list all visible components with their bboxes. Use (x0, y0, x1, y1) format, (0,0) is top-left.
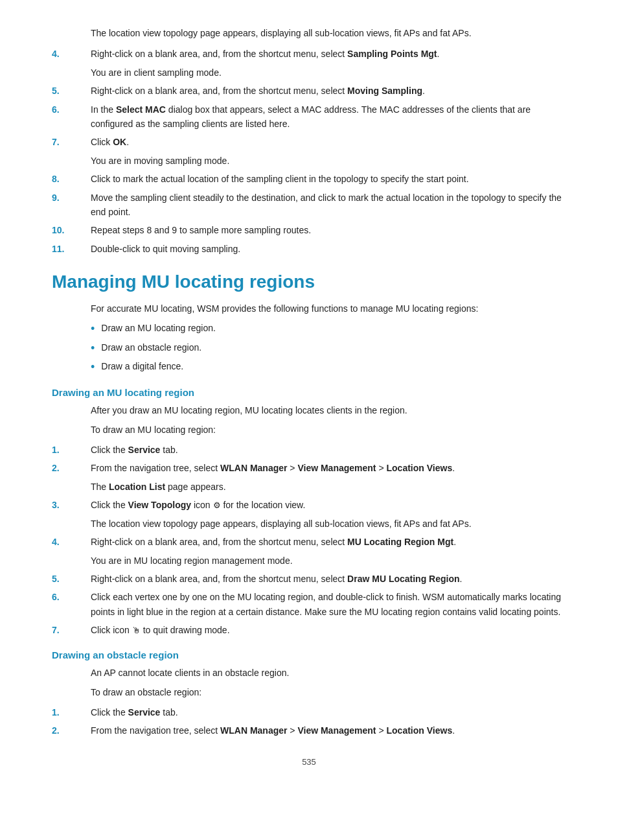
mu-para1: After you draw an MU locating region, MU… (91, 403, 566, 417)
mu-step-7-content: Click icon 🖱 to quit drawing mode. (91, 623, 566, 638)
mu-para2: To draw an MU locating region: (91, 423, 566, 437)
step-7: 7. Click OK. (52, 135, 566, 149)
step-9-content: Move the sampling client steadily to the… (91, 191, 566, 220)
step-7-num: 7. (52, 135, 91, 149)
obstacle-step-2-content: From the navigation tree, select WLAN Ma… (91, 723, 566, 738)
bullet-dot-3: • (91, 359, 95, 375)
obstacle-step-1-content: Click the Service tab. (91, 705, 566, 719)
section-title: Managing MU locating regions (52, 272, 566, 292)
step-10: 10. Repeat steps 8 and 9 to sample more … (52, 223, 566, 237)
obstacle-step-2-num: 2. (52, 723, 91, 738)
mu-step-6-content: Click each vertex one by one on the MU l… (91, 590, 566, 619)
step-7-sub: You are in moving sampling mode. (91, 154, 566, 168)
mu-step-6: 6. Click each vertex one by one on the M… (52, 590, 566, 619)
step-5: 5. Right-click on a blank area, and, fro… (52, 84, 566, 98)
step-9-num: 9. (52, 191, 91, 220)
page-content: { "intro": { "line1": "The location view… (0, 0, 618, 840)
step-5-num: 5. (52, 84, 91, 98)
obstacle-step-2: 2. From the navigation tree, select WLAN… (52, 723, 566, 738)
bullet-dot-1: • (91, 321, 95, 337)
step-8: 8. Click to mark the actual location of … (52, 172, 566, 186)
obstacle-step-1-num: 1. (52, 705, 91, 719)
mu-step-7-num: 7. (52, 623, 91, 638)
mu-step-2: 2. From the navigation tree, select WLAN… (52, 461, 566, 475)
mu-step-5: 5. Right-click on a blank area, and, fro… (52, 572, 566, 586)
obstacle-para2: To draw an obstacle region: (91, 685, 566, 699)
page-number: 535 (52, 757, 566, 767)
step-8-content: Click to mark the actual location of the… (91, 172, 566, 186)
mu-subheading: Drawing an MU locating region (52, 387, 566, 398)
step-10-num: 10. (52, 223, 91, 237)
step-4-content: Right-click on a blank area, and, from t… (91, 47, 566, 61)
mu-step-3-sub: The location view topology page appears,… (91, 517, 566, 531)
step-11-content: Double-click to quit moving sampling. (91, 242, 566, 256)
step-9: 9. Move the sampling client steadily to … (52, 191, 566, 220)
bullet-1-text: Draw an MU locating region. (101, 321, 216, 335)
step-6-num: 6. (52, 102, 91, 132)
mu-step-6-num: 6. (52, 590, 91, 619)
gear-icon: ⚙ (213, 499, 221, 513)
section-intro: For accurate MU locating, WSM provides t… (91, 301, 566, 316)
mu-step-3-num: 3. (52, 498, 91, 513)
mu-step-4: 4. Right-click on a blank area, and, fro… (52, 535, 566, 549)
mu-step-2-sub: The Location List page appears. (91, 480, 566, 494)
step-4-num: 4. (52, 47, 91, 61)
mu-step-4-content: Right-click on a blank area, and, from t… (91, 535, 566, 549)
mu-step-3-content: Click the View Topology icon ⚙ for the l… (91, 498, 566, 513)
step-8-num: 8. (52, 172, 91, 186)
mu-step-1-num: 1. (52, 443, 91, 457)
mu-step-2-num: 2. (52, 461, 91, 475)
obstacle-subheading: Drawing an obstacle region (52, 649, 566, 660)
mu-step-7: 7. Click icon 🖱 to quit drawing mode. (52, 623, 566, 638)
mu-step-4-num: 4. (52, 535, 91, 549)
step-4-sub: You are in client sampling mode. (91, 65, 566, 80)
mu-steps-list: 1. Click the Service tab. 2. From the na… (52, 443, 566, 638)
cursor-icon: 🖱 (132, 624, 141, 638)
step-11: 11. Double-click to quit moving sampling… (52, 242, 566, 256)
step-10-content: Repeat steps 8 and 9 to sample more samp… (91, 223, 566, 237)
step-4: 4. Right-click on a blank area, and, fro… (52, 47, 566, 61)
mu-step-2-content: From the navigation tree, select WLAN Ma… (91, 461, 566, 475)
bullet-dot-2: • (91, 340, 95, 356)
mu-step-1: 1. Click the Service tab. (52, 443, 566, 457)
mu-step-1-content: Click the Service tab. (91, 443, 566, 457)
bullet-3: • Draw a digital fence. (91, 359, 566, 375)
bullet-2-text: Draw an obstacle region. (101, 340, 201, 355)
step-6: 6. In the Select MAC dialog box that app… (52, 102, 566, 132)
obstacle-para1: An AP cannot locate clients in an obstac… (91, 666, 566, 680)
mu-step-4-sub: You are in MU locating region management… (91, 554, 566, 568)
step-6-content: In the Select MAC dialog box that appear… (91, 102, 566, 132)
section-bullets: • Draw an MU locating region. • Draw an … (91, 321, 566, 375)
mu-step-3: 3. Click the View Topology icon ⚙ for th… (52, 498, 566, 513)
mu-step-5-num: 5. (52, 572, 91, 586)
obstacle-step-1: 1. Click the Service tab. (52, 705, 566, 719)
step-11-num: 11. (52, 242, 91, 256)
step-5-content: Right-click on a blank area, and, from t… (91, 84, 566, 98)
intro-line: The location view topology page appears,… (91, 26, 566, 40)
step-7-content: Click OK. (91, 135, 566, 149)
mu-step-5-content: Right-click on a blank area, and, from t… (91, 572, 566, 586)
bullet-2: • Draw an obstacle region. (91, 340, 566, 356)
intro-steps-list: 4. Right-click on a blank area, and, fro… (52, 47, 566, 256)
bullet-1: • Draw an MU locating region. (91, 321, 566, 337)
bullet-3-text: Draw a digital fence. (101, 359, 183, 373)
obstacle-steps-list: 1. Click the Service tab. 2. From the na… (52, 705, 566, 738)
